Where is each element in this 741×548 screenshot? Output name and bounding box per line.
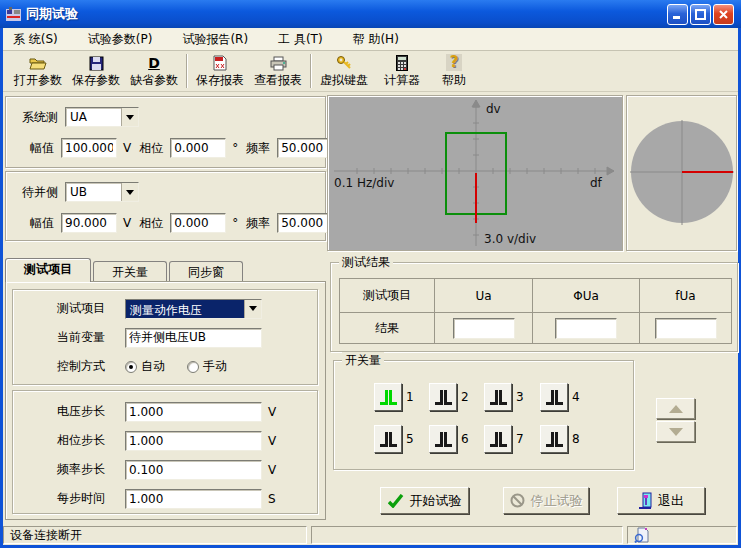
radio-auto-label: 自动 [141, 358, 165, 375]
open-folder-icon [29, 54, 47, 71]
switch-button-2[interactable] [429, 383, 457, 411]
default-params-button[interactable]: D 缺省参数 [125, 52, 183, 90]
exit-button[interactable]: 退出 [617, 487, 705, 514]
system-side-panel: 系统测 UA 幅值 V 相位 ° 频率 Hz [5, 96, 326, 168]
standby-channel-select[interactable]: UB [65, 182, 139, 202]
phase-step-input[interactable] [125, 431, 262, 451]
result-f-ua-input[interactable] [655, 318, 717, 339]
switch-number: 7 [516, 432, 524, 446]
test-item-select[interactable]: 测量动作电压 [125, 299, 262, 319]
virtual-keyboard-button[interactable]: 虚拟键盘 [315, 52, 373, 90]
test-item-label: 测试项目 [57, 300, 125, 317]
switch-button-1[interactable] [374, 383, 402, 411]
switch-button-6[interactable] [429, 425, 457, 453]
radio-auto[interactable] [125, 361, 137, 373]
system-frequency-input[interactable] [277, 138, 333, 158]
system-amplitude-input[interactable] [61, 138, 117, 158]
menu-tools[interactable]: 工 具(T) [276, 29, 325, 50]
stop-test-label: 停止试验 [531, 492, 583, 510]
save-report-button[interactable]: 保存报表 [191, 52, 249, 90]
switch-number: 8 [572, 432, 580, 446]
chevron-down-icon[interactable] [121, 183, 138, 201]
maximize-button[interactable] [690, 4, 711, 25]
switch-number: 6 [461, 432, 469, 446]
system-phase-input[interactable] [170, 138, 226, 158]
menu-test-report[interactable]: 试验报告(R) [180, 29, 250, 50]
amplitude-label: 幅值 [30, 215, 54, 232]
status-text: 设备连接断开 [10, 527, 82, 544]
results-header-ua: Ua [435, 279, 533, 313]
standby-amplitude-input[interactable] [61, 213, 117, 233]
switch-button-3[interactable] [484, 383, 512, 411]
switch-button-7[interactable] [484, 425, 512, 453]
standby-frequency-input[interactable] [277, 213, 333, 233]
voltage-step-label: 电压步长 [57, 403, 125, 420]
switch-contact-icon [380, 432, 397, 447]
phase-label: 相位 [139, 215, 163, 232]
save-params-button[interactable]: 保存参数 [67, 52, 125, 90]
main-area: 系统测 UA 幅值 V 相位 ° 频率 Hz 待并侧 [3, 92, 738, 525]
app-window: 同期试验 系 统(S) 试验参数(P) 试验报告(R) 工 具(T) 帮 助(H… [0, 0, 741, 548]
results-group: 测试结果 测试项目 Ua ΦUa fUa 结果 [330, 262, 738, 352]
frequency-step-input[interactable] [125, 460, 262, 480]
tab-strip: 测试项目 开关量 同步窗 [5, 258, 245, 282]
chevron-down-icon[interactable] [244, 300, 261, 318]
system-channel-select[interactable]: UA [65, 107, 139, 127]
current-variable-input[interactable] [125, 328, 262, 348]
amplitude-unit: V [123, 216, 131, 230]
chevron-down-icon[interactable] [121, 108, 138, 126]
minimize-button[interactable] [667, 4, 688, 25]
tab-test-items[interactable]: 测试项目 [5, 258, 91, 282]
menu-test-params[interactable]: 试验参数(P) [86, 29, 155, 50]
plot-canvas [328, 96, 622, 250]
switch-button-4[interactable] [540, 383, 568, 411]
frequency-label: 频率 [246, 215, 270, 232]
result-ua-input[interactable] [453, 318, 515, 339]
check-icon [388, 494, 404, 508]
result-phi-ua-input[interactable] [555, 318, 617, 339]
close-button[interactable] [713, 4, 734, 25]
control-mode-label: 控制方式 [57, 358, 125, 375]
menu-system[interactable]: 系 统(S) [11, 29, 60, 50]
calculator-button[interactable]: 计算器 [373, 52, 431, 90]
switch-contact-icon [490, 390, 507, 405]
phase-step-unit: V [268, 434, 276, 448]
step-time-unit: S [268, 492, 276, 506]
switch-button-5[interactable] [374, 425, 402, 453]
plot-x-axis-label: df [590, 176, 602, 190]
menu-bar: 系 统(S) 试验参数(P) 试验报告(R) 工 具(T) 帮 助(H) [3, 28, 738, 51]
voltage-step-input[interactable] [125, 402, 262, 422]
view-report-button[interactable]: 查看报表 [249, 52, 307, 90]
open-params-button[interactable]: 打开参数 [9, 52, 67, 90]
switches-legend: 开关量 [342, 352, 384, 369]
phase-label: 相位 [139, 140, 163, 157]
plot-y-scale-label: 3.0 v/div [484, 232, 536, 246]
tab-sync-window[interactable]: 同步窗 [169, 261, 243, 282]
title-bar[interactable]: 同期试验 [0, 0, 741, 28]
switch-button-8[interactable] [540, 425, 568, 453]
close-icon [718, 9, 729, 20]
start-test-button[interactable]: 开始试验 [380, 487, 469, 514]
switch-number: 3 [516, 390, 524, 404]
document-magnifier-icon [634, 527, 650, 543]
tab-switches[interactable]: 开关量 [93, 261, 167, 282]
radio-manual[interactable] [187, 361, 199, 373]
step-time-input[interactable] [125, 489, 262, 509]
switch-number: 2 [461, 390, 469, 404]
exit-label: 退出 [658, 492, 684, 510]
calculator-icon [396, 54, 408, 71]
system-channel-value: UA [66, 108, 121, 126]
stop-icon [510, 493, 525, 508]
toolbar-separator [186, 54, 188, 88]
scroll-down-button[interactable] [656, 421, 695, 442]
tab-page-test-items: 测试项目 测量动作电压 当前变量 控制方式 自动 手动 [5, 281, 326, 520]
switch-number: 4 [572, 390, 580, 404]
plot-y-axis-label: dv [486, 102, 501, 116]
scroll-up-button[interactable] [656, 398, 695, 419]
help-button[interactable]: ? 帮助 [431, 52, 477, 90]
results-header-item: 测试项目 [340, 279, 435, 313]
phase-gauge [626, 95, 737, 251]
menu-help[interactable]: 帮 助(H) [351, 29, 401, 50]
switch-contact-icon [546, 432, 563, 447]
standby-phase-input[interactable] [170, 213, 226, 233]
